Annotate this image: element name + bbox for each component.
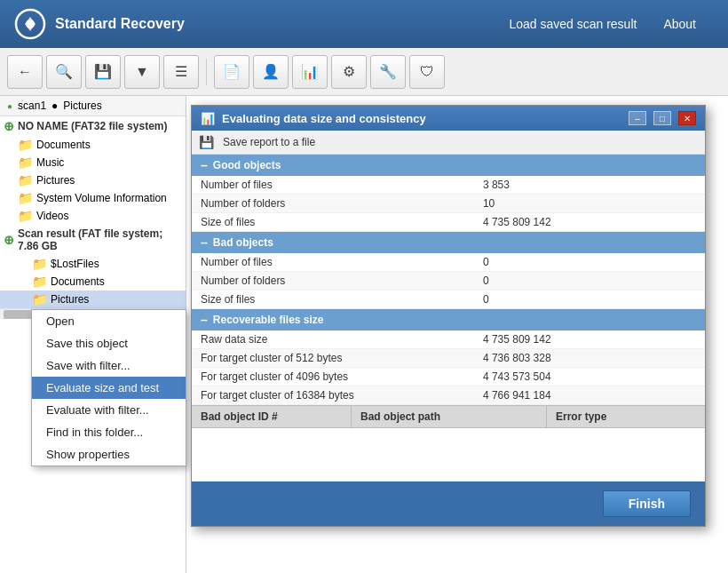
bad-objects-header: – Bad objects (192, 232, 705, 253)
good-objects-header: – Good objects (192, 155, 705, 176)
app-title: Standard Recovery (55, 16, 185, 32)
bad-folders-value: 0 (474, 272, 705, 290)
dialog-footer: Finish (192, 481, 705, 526)
list-button[interactable]: ☰ (163, 55, 199, 89)
table-row: Number of folders 0 (192, 272, 705, 290)
logo-icon (14, 8, 46, 40)
tool5-button[interactable]: 🔧 (370, 55, 406, 89)
cluster16384-value: 4 766 941 184 (474, 386, 705, 405)
table-row: Size of files 4 735 809 142 (192, 213, 705, 232)
good-objects-label: Good objects (213, 159, 281, 171)
scan-button[interactable]: 📄 (214, 55, 249, 89)
about-link[interactable]: About (663, 17, 696, 31)
dialog-toolbar: 💾 Save report to a file (192, 131, 705, 155)
bad-collapse-icon[interactable]: – (201, 235, 208, 250)
bad-folders-key: Number of folders (192, 272, 474, 290)
tool3-button[interactable]: 📊 (292, 55, 328, 89)
tool6-button[interactable]: 🛡 (409, 55, 445, 89)
bad-objects-table: Number of files 0 Number of folders 0 Si… (192, 253, 705, 309)
tool4-button[interactable]: ⚙ (331, 55, 367, 89)
table-row: For target cluster of 4096 bytes 4 743 5… (192, 368, 705, 386)
recoverable-header: – Recoverable files size (192, 309, 705, 330)
cluster4096-value: 4 743 573 504 (474, 368, 705, 386)
good-objects-table: Number of files 3 853 Number of folders … (192, 176, 705, 232)
back-button[interactable]: ← (7, 55, 43, 89)
dialog-overlay: 📊 Evaluating data size and consistency –… (0, 96, 728, 573)
bad-objects-list (192, 428, 705, 481)
dialog-title: Evaluating data size and consistency (222, 112, 621, 125)
toolbar-separator-1 (206, 59, 207, 85)
cluster512-value: 4 736 803 328 (474, 349, 705, 368)
raw-value: 4 735 809 142 (474, 330, 705, 349)
good-collapse-icon[interactable]: – (201, 158, 208, 172)
good-folders-value: 10 (474, 195, 705, 213)
save-button[interactable]: 💾 (85, 55, 121, 89)
cluster512-key: For target cluster of 512 bytes (192, 349, 474, 368)
col-bad-path: Bad object path (352, 406, 547, 427)
toolbar: ← 🔍 💾 ▼ ☰ 📄 👤 📊 ⚙ 🔧 🛡 (0, 48, 728, 96)
svg-point-1 (26, 20, 35, 28)
cluster16384-key: For target cluster of 16384 bytes (192, 386, 474, 405)
recoverable-table: Raw data size 4 735 809 142 For target c… (192, 330, 705, 405)
finish-button[interactable]: Finish (603, 490, 691, 517)
table-row: For target cluster of 512 bytes 4 736 80… (192, 349, 705, 368)
save-dropdown-button[interactable]: ▼ (124, 55, 160, 89)
maximize-button[interactable]: □ (653, 111, 671, 125)
close-button[interactable]: ✕ (678, 111, 696, 125)
recoverable-collapse-icon[interactable]: – (201, 313, 208, 327)
raw-key: Raw data size (192, 330, 474, 349)
app-header: Standard Recovery Load saved scan result… (0, 0, 728, 48)
recoverable-label: Recoverable files size (213, 314, 324, 326)
bad-object-table-header: Bad object ID # Bad object path Error ty… (192, 405, 705, 428)
good-folders-key: Number of folders (192, 195, 474, 213)
good-files-key: Number of files (192, 176, 474, 195)
table-row: Size of files 0 (192, 290, 705, 309)
recover-button[interactable]: 👤 (253, 55, 289, 89)
table-row: Number of files 0 (192, 253, 705, 272)
bad-files-value: 0 (474, 253, 705, 272)
good-size-value: 4 735 809 142 (474, 213, 705, 232)
evaluate-dialog: 📊 Evaluating data size and consistency –… (191, 105, 706, 527)
good-size-key: Size of files (192, 213, 474, 232)
main-area: ● scan1 ● Pictures ⊕ NO NAME (FAT32 file… (0, 96, 728, 573)
dialog-titlebar: 📊 Evaluating data size and consistency –… (192, 106, 705, 131)
search-button[interactable]: 🔍 (46, 55, 82, 89)
save-report-icon: 💾 (199, 135, 214, 149)
save-report-button[interactable]: Save report to a file (219, 134, 319, 150)
col-error-type: Error type (547, 406, 705, 427)
load-scan-link[interactable]: Load saved scan result (509, 17, 637, 31)
dialog-icon: 📊 (201, 112, 215, 125)
minimize-button[interactable]: – (629, 111, 646, 125)
good-files-value: 3 853 (474, 176, 705, 195)
table-row: Raw data size 4 735 809 142 (192, 330, 705, 349)
table-row: For target cluster of 16384 bytes 4 766 … (192, 386, 705, 405)
bad-objects-label: Bad objects (213, 236, 273, 249)
cluster4096-key: For target cluster of 4096 bytes (192, 368, 474, 386)
bad-size-value: 0 (474, 290, 705, 309)
col-bad-id: Bad object ID # (192, 406, 352, 427)
table-row: Number of folders 10 (192, 195, 705, 213)
table-row: Number of files 3 853 (192, 176, 705, 195)
bad-size-key: Size of files (192, 290, 474, 309)
logo: Standard Recovery (14, 8, 185, 40)
bad-files-key: Number of files (192, 253, 474, 272)
header-nav: Load saved scan result About (509, 17, 696, 31)
